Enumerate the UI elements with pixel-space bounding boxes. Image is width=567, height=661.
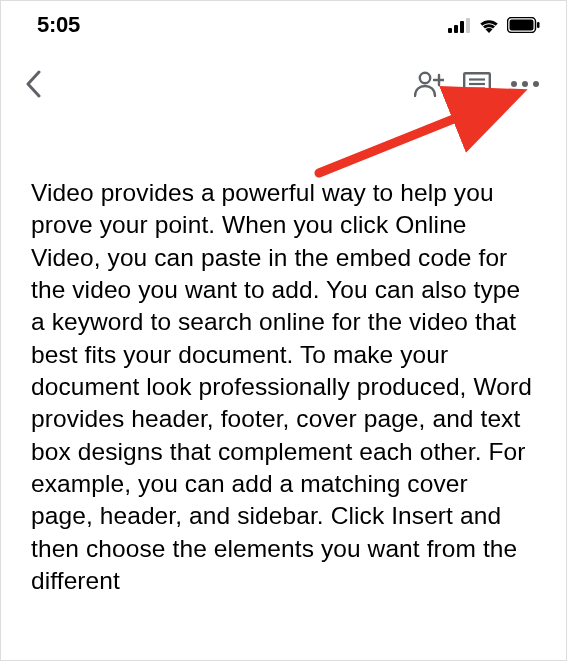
svg-rect-3 — [466, 18, 470, 33]
person-add-icon — [414, 71, 444, 97]
battery-icon — [507, 17, 540, 33]
document-outline-icon — [463, 72, 491, 96]
svg-rect-1 — [454, 25, 458, 33]
cellular-signal-icon — [448, 18, 471, 33]
document-body-text: Video provides a powerful way to help yo… — [31, 177, 536, 597]
status-time: 5:05 — [37, 12, 80, 38]
svg-rect-2 — [460, 21, 464, 33]
svg-rect-6 — [537, 22, 540, 28]
add-person-button[interactable] — [412, 69, 446, 99]
chevron-left-icon — [25, 70, 41, 98]
document-content[interactable]: Video provides a powerful way to help yo… — [1, 109, 566, 597]
more-horizontal-icon — [511, 81, 539, 87]
more-options-button[interactable] — [508, 69, 542, 99]
status-bar: 5:05 — [1, 1, 566, 45]
document-outline-button[interactable] — [460, 69, 494, 99]
back-button[interactable] — [25, 69, 55, 99]
app-toolbar — [1, 45, 566, 109]
svg-rect-5 — [510, 20, 534, 31]
svg-rect-0 — [448, 28, 452, 33]
wifi-icon — [478, 17, 500, 33]
svg-point-7 — [420, 73, 430, 83]
status-indicators — [448, 17, 540, 33]
